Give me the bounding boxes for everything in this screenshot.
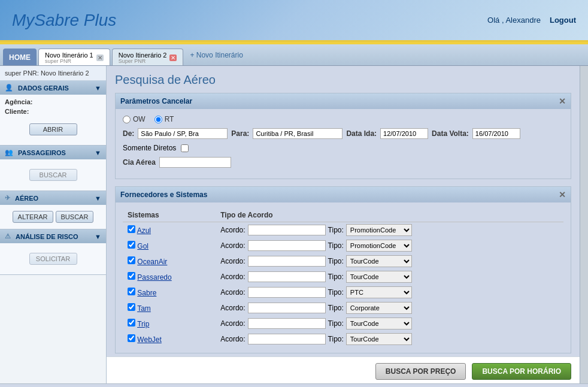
tab-itinerario-1[interactable]: Novo Itinerário 1 super PNR ✕ [38, 49, 110, 65]
tipo-select[interactable]: PromotionCodeTourCodePTCCorporateAccount… [346, 255, 412, 267]
tipo-label: Tipo: [328, 304, 344, 312]
tipo-select[interactable]: PromotionCodeTourCodePTCCorporateAccount… [346, 240, 412, 252]
provider-checkbox[interactable] [128, 225, 135, 233]
fornecedores-collapse-btn[interactable]: ✕ [559, 190, 566, 199]
tipo-select[interactable]: PromotionCodeTourCodePTCCorporateAccount… [346, 271, 412, 283]
tipo-select[interactable]: PromotionCodeTourCodePTCCorporateAccount… [346, 302, 412, 314]
acordo-input[interactable] [248, 240, 326, 251]
de-label: De: [123, 129, 134, 138]
buscar-passageiros-button[interactable]: BUSCAR [29, 169, 77, 181]
footer: Sabre Inc. © 2010 [0, 383, 588, 387]
acordo-label: Acordo: [220, 241, 245, 250]
table-row: GolAcordo:Tipo:PromotionCodeTourCodePTCC… [123, 238, 563, 253]
tab-inner-1: Novo Itinerário 1 super PNR [45, 52, 93, 64]
tipo-select[interactable]: PromotionCodeTourCodePTCCorporateAccount… [346, 333, 412, 345]
analise-risco-collapse[interactable]: ▼ [95, 233, 101, 240]
para-input[interactable] [253, 128, 343, 139]
fornecedores-body: Sistemas Tipo de Acordo AzulAcordo:Tipo:… [116, 202, 571, 353]
tipo-label: Tipo: [328, 288, 344, 297]
super-pnr-text: super PNR: [5, 69, 39, 77]
provider-checkbox[interactable] [128, 334, 135, 342]
aereo-header[interactable]: ✈ AÉREO ▼ [0, 191, 106, 205]
tab1-close[interactable]: ✕ [96, 55, 104, 61]
tab-itinerario-2[interactable]: Novo Itinerário 2 Super PNR ✕ [112, 49, 184, 65]
section-aereo: ✈ AÉREO ▼ ALTERAR BUSCAR [0, 191, 106, 229]
provider-name-link[interactable]: Sabre [137, 289, 156, 297]
rt-radio[interactable] [154, 116, 162, 123]
tipo-select[interactable]: PromotionCodeTourCodePTCCorporateAccount… [346, 286, 412, 298]
acordo-label: Acordo: [220, 335, 245, 343]
provider-tipo-cell: Acordo:Tipo:PromotionCodeTourCodePTCCorp… [216, 238, 563, 253]
buscar-aereo-button[interactable]: BUSCAR [56, 211, 94, 223]
provider-checkbox[interactable] [128, 319, 135, 326]
provider-name-link[interactable]: Trip [137, 320, 149, 328]
para-label: Para: [231, 129, 249, 138]
provider-checkbox[interactable] [128, 272, 135, 280]
solicitar-button[interactable]: SOLICITAR [29, 253, 77, 265]
provider-name-link[interactable]: Azul [137, 226, 151, 235]
rt-label[interactable]: RT [154, 115, 174, 123]
aereo-buttons: ALTERAR BUSCAR [5, 208, 101, 225]
provider-checkbox[interactable] [128, 241, 135, 249]
passageiros-header[interactable]: 👥 PASSAGEIROS ▼ [0, 146, 106, 159]
data-ida-input[interactable] [380, 128, 428, 139]
provider-tipo-cell: Acordo:Tipo:PromotionCodeTourCodePTCCorp… [216, 269, 563, 285]
provider-name-link[interactable]: WebJet [137, 335, 161, 344]
cia-aerea-input[interactable] [159, 157, 231, 168]
provider-checkbox[interactable] [128, 256, 135, 264]
tipo-select[interactable]: PromotionCodeTourCodePTCCorporateAccount… [346, 224, 412, 236]
provider-name-link[interactable]: Passaredo [137, 273, 171, 282]
analise-risco-header[interactable]: ⚠ ANÁLISE DE RISCO ▼ [0, 229, 106, 243]
provider-tipo-cell: Acordo:Tipo:PromotionCodeTourCodePTCCorp… [216, 331, 563, 347]
analise-risco-icon: ⚠ [5, 232, 11, 240]
provider-checkbox[interactable] [128, 288, 135, 295]
somente-diretos-checkbox[interactable] [181, 144, 189, 152]
acordo-input[interactable] [248, 256, 326, 267]
tab2-subtitle: Super PNR [119, 59, 167, 64]
logout-link[interactable]: Logout [550, 16, 576, 25]
new-tab-button[interactable]: + Novo Itinerário [185, 48, 247, 62]
parametros-collapse-btn[interactable]: ✕ [559, 96, 566, 106]
passageiros-collapse[interactable]: ▼ [95, 149, 101, 156]
tab-home[interactable]: HOME [3, 49, 37, 65]
acordo-input[interactable] [248, 303, 326, 313]
fornecedores-header: Fornecedores e Sistemas ✕ [116, 187, 571, 202]
pass-header-row: 👥 PASSAGEIROS [5, 149, 66, 156]
providers-body: AzulAcordo:Tipo:PromotionCodeTourCodePTC… [123, 222, 563, 347]
busca-horario-button[interactable]: BUSCA POR HORÁRIO [472, 363, 571, 380]
acordo-label: Acordo: [220, 257, 245, 265]
provider-name-link[interactable]: Gol [137, 242, 148, 250]
tab-inner-2: Novo Itinerário 2 Super PNR [119, 52, 167, 64]
provider-name-link[interactable]: Tam [137, 304, 151, 313]
acordo-input[interactable] [248, 225, 326, 235]
aereo-collapse[interactable]: ▼ [95, 195, 101, 202]
acordo-input[interactable] [248, 334, 326, 344]
passageiros-label: PASSAGEIROS [18, 149, 66, 156]
provider-checkbox[interactable] [128, 303, 135, 311]
table-row: SabreAcordo:Tipo:PromotionCodeTourCodePT… [123, 285, 563, 300]
dados-gerais-icon: 👤 [5, 84, 13, 92]
aereo-header-row: ✈ AÉREO [5, 194, 38, 202]
dados-gerais-label: DADOS GERAIS [18, 84, 69, 92]
cia-aerea-row: Cia Aérea [123, 157, 563, 168]
table-row: PassaredoAcordo:Tipo:PromotionCodeTourCo… [123, 269, 563, 285]
data-volta-input[interactable] [472, 128, 520, 139]
provider-name-link[interactable]: OceanAir [137, 258, 167, 266]
tab2-close[interactable]: ✕ [169, 55, 177, 61]
provider-tipo-cell: Acordo:Tipo:PromotionCodeTourCodePTCCorp… [216, 316, 563, 331]
de-input[interactable] [138, 128, 228, 139]
dados-gerais-header[interactable]: 👤 DADOS GERAIS ▼ [0, 81, 106, 95]
abrir-button[interactable]: ABRIR [29, 123, 77, 135]
acordo-input[interactable] [248, 271, 326, 282]
ow-label[interactable]: OW [123, 115, 146, 123]
acordo-input[interactable] [248, 318, 326, 329]
ow-radio[interactable] [123, 116, 131, 123]
acordo-input[interactable] [248, 287, 326, 298]
somente-diretos-row: Somente Diretos [123, 144, 563, 152]
alterar-button[interactable]: ALTERAR [13, 211, 53, 223]
provider-tipo-cell: Acordo:Tipo:PromotionCodeTourCodePTCCorp… [216, 253, 563, 269]
busca-preco-button[interactable]: BUSCA POR PREÇO [375, 363, 466, 380]
scrollbar[interactable] [580, 66, 588, 383]
tipo-select[interactable]: PromotionCodeTourCodePTCCorporateAccount… [346, 318, 412, 329]
dados-gerais-collapse[interactable]: ▼ [95, 84, 101, 92]
